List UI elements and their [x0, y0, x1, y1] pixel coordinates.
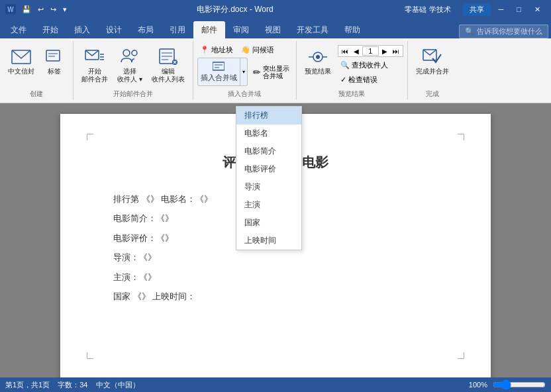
search-placeholder: 告诉我你想要做什么 [477, 26, 542, 36]
btn-finish-merge[interactable]: 完成并合并 [412, 44, 453, 86]
customize-btn[interactable]: ▾ [61, 4, 69, 15]
ribbon-content: 中文信封 标签 创建 开始邮件合并 [0, 38, 551, 103]
group-finish-label: 完成 [412, 87, 453, 99]
tab-home[interactable]: 开始 [34, 21, 66, 38]
preview-right-col: ⏮ ◀ ▶ ⏭ 🔍 查找收件人 ✓ 检查错误 [338, 44, 403, 86]
dropdown-item-release-date[interactable]: 上映时间 [236, 232, 301, 250]
nav-last-btn[interactable]: ⏭ [391, 47, 401, 56]
dropdown-item-movie-review[interactable]: 电影评价 [236, 160, 301, 178]
group-start-merge-label: 开始邮件合并 [77, 87, 189, 99]
btn-insert-merge-label: 插入合并域 [201, 73, 237, 83]
group-start-merge: 开始邮件合并 选择收件人 ▾ 编辑收件人列表 开始邮件合并 [74, 41, 193, 100]
redo-btn[interactable]: ↪ [48, 4, 58, 15]
group-preview-label: 预览结果 [301, 87, 403, 99]
tab-mailings[interactable]: 邮件 [193, 21, 225, 38]
svg-point-8 [123, 50, 130, 56]
dropdown-item-country[interactable]: 国家 [236, 214, 301, 232]
btn-chinese-envelope[interactable]: 中文信封 [4, 44, 38, 86]
btn-chinese-envelope-label: 中文信封 [8, 68, 34, 75]
btn-start-merge-label: 开始邮件合并 [81, 68, 108, 83]
btn-insert-merge-field-main[interactable]: 插入合并域 [197, 58, 240, 86]
btn-insert-merge-field[interactable]: 插入合并域 ▾ [197, 58, 248, 86]
btn-find-recipient[interactable]: 🔍 查找收件人 [338, 59, 403, 72]
find-icon: 🔍 [340, 61, 350, 70]
insert-merge-top-row: 📍 地址块 👋 问候语 [197, 44, 292, 56]
title-bar-right: 零基础 学技术 共享 ─ □ ✕ [401, 3, 546, 16]
nav-controls: ⏮ ◀ ▶ ⏭ [338, 45, 403, 57]
btn-highlight-merge-label: 突出显示合并域 [263, 65, 289, 79]
btn-address-block-label: 地址块 [211, 45, 233, 55]
nav-next-btn[interactable]: ▶ [380, 47, 389, 56]
status-right: 100% [469, 381, 546, 389]
dropdown-item-director[interactable]: 导演 [236, 178, 301, 196]
corner-tr [458, 134, 464, 140]
btn-select-recipients-label: 选择收件人 ▾ [117, 68, 142, 83]
tab-view[interactable]: 视图 [257, 21, 289, 38]
btn-finish-merge-label: 完成并合并 [416, 68, 449, 75]
minimize-btn[interactable]: ─ [493, 4, 509, 15]
nav-first-btn[interactable]: ⏮ [340, 47, 350, 56]
greeting-icon: 👋 [241, 46, 250, 54]
ribbon-tab-bar: 文件 开始 插入 设计 布局 引用 邮件 审阅 视图 开发工具 帮助 🔍 告诉我… [0, 19, 551, 38]
dropdown-item-ranking[interactable]: 排行榜 [236, 107, 301, 124]
btn-preview-results[interactable]: 预览结果 [301, 44, 335, 78]
highlight-icon: ✏ [253, 67, 261, 77]
dropdown-item-cast[interactable]: 主演 [236, 196, 301, 214]
tab-developer[interactable]: 开发工具 [289, 21, 336, 38]
quick-access-toolbar: 💾 ↩ ↪ ▾ [20, 4, 69, 15]
save-btn[interactable]: 💾 [20, 4, 33, 15]
tab-insert[interactable]: 插入 [66, 21, 98, 38]
tab-file[interactable]: 文件 [3, 21, 34, 38]
svg-rect-1 [46, 50, 60, 61]
title-text: 电影评分.docx - Word [69, 4, 401, 15]
group-insert-merge-label: 插入合并域 [197, 87, 292, 99]
doc-line-6: 国家 《》 上映时间： [113, 289, 438, 304]
btn-labels[interactable]: 标签 [40, 44, 69, 86]
status-lang: 中文（中国） [96, 380, 140, 390]
dropdown-item-movie-name[interactable]: 电影名 [236, 124, 301, 142]
group-finish: 完成并合并 完成 [408, 41, 457, 100]
group-insert-merge: 📍 地址块 👋 问候语 插入合并域 ▾ [193, 41, 297, 100]
tab-layout[interactable]: 布局 [130, 21, 162, 38]
btn-start-merge[interactable]: 开始邮件合并 [77, 44, 112, 86]
svg-point-21 [316, 55, 320, 59]
doc-line-5: 主演：《》 [113, 270, 438, 285]
btn-address-block[interactable]: 📍 地址块 [197, 44, 236, 56]
filename-label: 电影评分.docx - Word [197, 5, 274, 14]
title-bar-left: W 💾 ↩ ↪ ▾ [5, 4, 69, 15]
corner-tl [87, 134, 93, 140]
btn-edit-recipients[interactable]: 编辑收件人列表 [148, 44, 189, 86]
share-btn[interactable]: 共享 [463, 3, 491, 16]
corner-bl [87, 352, 93, 359]
tab-review[interactable]: 审阅 [225, 21, 257, 38]
btn-greeting-label: 问候语 [252, 45, 274, 55]
btn-select-recipients[interactable]: 选择收件人 ▾ [113, 44, 146, 86]
group-start-merge-body: 开始邮件合并 选择收件人 ▾ 编辑收件人列表 [77, 44, 189, 86]
close-btn[interactable]: ✕ [529, 4, 546, 15]
search-bar[interactable]: 🔍 告诉我你想要做什么 [459, 24, 548, 38]
btn-edit-recipients-label: 编辑收件人列表 [152, 68, 185, 83]
status-zoom: 100% [469, 381, 487, 389]
insert-merge-dropdown: 排行榜 电影名 电影简介 电影评价 导演 主演 国家 上映时间 [236, 106, 302, 250]
status-page: 第1页，共1页 [5, 380, 50, 390]
btn-find-recipient-label: 查找收件人 [352, 60, 388, 70]
dropdown-item-movie-intro[interactable]: 电影简介 [236, 142, 301, 160]
restore-btn[interactable]: □ [511, 4, 526, 15]
insert-merge-bottom-row: 插入合并域 ▾ ✏ 突出显示合并域 [197, 58, 292, 86]
svg-point-9 [132, 50, 137, 56]
btn-preview-results-label: 预览结果 [305, 68, 331, 75]
nav-page-input[interactable] [362, 46, 379, 56]
tab-design[interactable]: 设计 [98, 21, 130, 38]
btn-highlight-merge[interactable]: ✏ 突出显示合并域 [250, 64, 292, 81]
zoom-slider[interactable] [493, 381, 546, 389]
btn-insert-merge-arrow[interactable]: ▾ [240, 58, 248, 86]
group-insert-merge-body: 📍 地址块 👋 问候语 插入合并域 ▾ [197, 44, 292, 86]
corner-br [458, 352, 464, 359]
word-icon: W [5, 4, 16, 15]
nav-prev-btn[interactable]: ◀ [352, 47, 361, 56]
btn-greeting[interactable]: 👋 问候语 [238, 44, 277, 56]
tab-references[interactable]: 引用 [162, 21, 193, 38]
undo-btn[interactable]: ↩ [36, 4, 46, 15]
btn-check-errors[interactable]: ✓ 检查错误 [338, 74, 403, 86]
tab-help[interactable]: 帮助 [336, 21, 368, 38]
